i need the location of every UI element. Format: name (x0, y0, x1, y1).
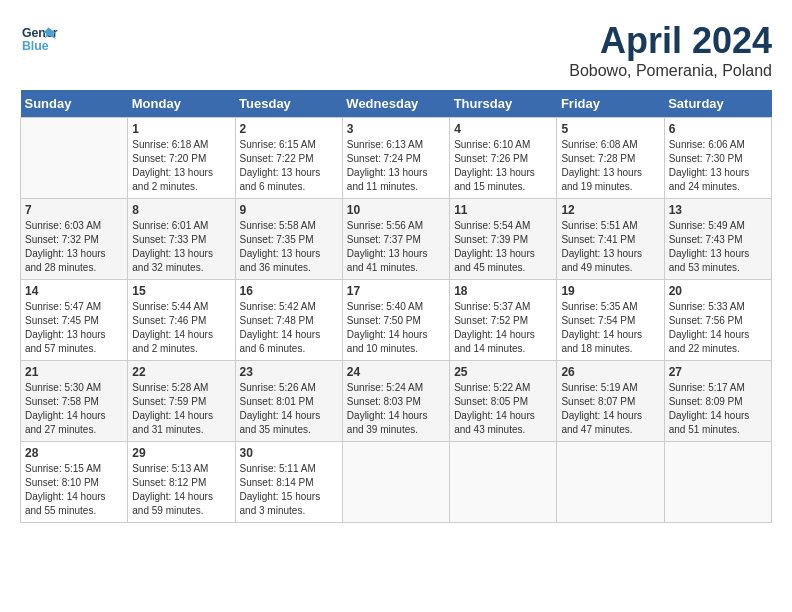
day-info: Sunrise: 5:40 AMSunset: 7:50 PMDaylight:… (347, 300, 445, 356)
day-header-wednesday: Wednesday (342, 90, 449, 118)
calendar-cell: 30Sunrise: 5:11 AMSunset: 8:14 PMDayligh… (235, 442, 342, 523)
title-area: April 2024 Bobowo, Pomerania, Poland (569, 20, 772, 80)
day-info: Sunrise: 6:06 AMSunset: 7:30 PMDaylight:… (669, 138, 767, 194)
day-info: Sunrise: 5:37 AMSunset: 7:52 PMDaylight:… (454, 300, 552, 356)
page-header: General Blue April 2024 Bobowo, Pomerani… (20, 20, 772, 80)
calendar-cell: 25Sunrise: 5:22 AMSunset: 8:05 PMDayligh… (450, 361, 557, 442)
day-info: Sunrise: 5:30 AMSunset: 7:58 PMDaylight:… (25, 381, 123, 437)
day-info: Sunrise: 5:42 AMSunset: 7:48 PMDaylight:… (240, 300, 338, 356)
day-header-saturday: Saturday (664, 90, 771, 118)
day-number: 1 (132, 122, 230, 136)
day-number: 5 (561, 122, 659, 136)
calendar-cell: 6Sunrise: 6:06 AMSunset: 7:30 PMDaylight… (664, 118, 771, 199)
day-number: 28 (25, 446, 123, 460)
day-info: Sunrise: 5:26 AMSunset: 8:01 PMDaylight:… (240, 381, 338, 437)
calendar-body: 1Sunrise: 6:18 AMSunset: 7:20 PMDaylight… (21, 118, 772, 523)
day-number: 20 (669, 284, 767, 298)
calendar-table: SundayMondayTuesdayWednesdayThursdayFrid… (20, 90, 772, 523)
calendar-cell: 9Sunrise: 5:58 AMSunset: 7:35 PMDaylight… (235, 199, 342, 280)
calendar-cell: 27Sunrise: 5:17 AMSunset: 8:09 PMDayligh… (664, 361, 771, 442)
month-title: April 2024 (569, 20, 772, 62)
day-number: 22 (132, 365, 230, 379)
day-info: Sunrise: 5:28 AMSunset: 7:59 PMDaylight:… (132, 381, 230, 437)
calendar-cell: 4Sunrise: 6:10 AMSunset: 7:26 PMDaylight… (450, 118, 557, 199)
day-number: 19 (561, 284, 659, 298)
day-number: 7 (25, 203, 123, 217)
day-info: Sunrise: 5:44 AMSunset: 7:46 PMDaylight:… (132, 300, 230, 356)
calendar-cell: 13Sunrise: 5:49 AMSunset: 7:43 PMDayligh… (664, 199, 771, 280)
day-info: Sunrise: 6:08 AMSunset: 7:28 PMDaylight:… (561, 138, 659, 194)
calendar-cell (664, 442, 771, 523)
calendar-header-row: SundayMondayTuesdayWednesdayThursdayFrid… (21, 90, 772, 118)
logo-icon: General Blue (20, 20, 58, 58)
day-number: 21 (25, 365, 123, 379)
calendar-week-4: 21Sunrise: 5:30 AMSunset: 7:58 PMDayligh… (21, 361, 772, 442)
calendar-cell: 28Sunrise: 5:15 AMSunset: 8:10 PMDayligh… (21, 442, 128, 523)
calendar-week-5: 28Sunrise: 5:15 AMSunset: 8:10 PMDayligh… (21, 442, 772, 523)
day-number: 14 (25, 284, 123, 298)
calendar-week-2: 7Sunrise: 6:03 AMSunset: 7:32 PMDaylight… (21, 199, 772, 280)
day-header-friday: Friday (557, 90, 664, 118)
calendar-cell: 1Sunrise: 6:18 AMSunset: 7:20 PMDaylight… (128, 118, 235, 199)
calendar-cell: 18Sunrise: 5:37 AMSunset: 7:52 PMDayligh… (450, 280, 557, 361)
calendar-week-1: 1Sunrise: 6:18 AMSunset: 7:20 PMDaylight… (21, 118, 772, 199)
day-number: 18 (454, 284, 552, 298)
calendar-cell: 2Sunrise: 6:15 AMSunset: 7:22 PMDaylight… (235, 118, 342, 199)
calendar-cell: 7Sunrise: 6:03 AMSunset: 7:32 PMDaylight… (21, 199, 128, 280)
day-header-monday: Monday (128, 90, 235, 118)
day-info: Sunrise: 5:22 AMSunset: 8:05 PMDaylight:… (454, 381, 552, 437)
day-number: 4 (454, 122, 552, 136)
calendar-cell: 11Sunrise: 5:54 AMSunset: 7:39 PMDayligh… (450, 199, 557, 280)
day-number: 10 (347, 203, 445, 217)
day-info: Sunrise: 5:24 AMSunset: 8:03 PMDaylight:… (347, 381, 445, 437)
day-number: 27 (669, 365, 767, 379)
day-header-sunday: Sunday (21, 90, 128, 118)
day-info: Sunrise: 6:15 AMSunset: 7:22 PMDaylight:… (240, 138, 338, 194)
calendar-cell (21, 118, 128, 199)
day-info: Sunrise: 6:03 AMSunset: 7:32 PMDaylight:… (25, 219, 123, 275)
calendar-cell: 15Sunrise: 5:44 AMSunset: 7:46 PMDayligh… (128, 280, 235, 361)
day-info: Sunrise: 5:54 AMSunset: 7:39 PMDaylight:… (454, 219, 552, 275)
day-info: Sunrise: 6:01 AMSunset: 7:33 PMDaylight:… (132, 219, 230, 275)
day-number: 9 (240, 203, 338, 217)
day-info: Sunrise: 5:49 AMSunset: 7:43 PMDaylight:… (669, 219, 767, 275)
day-number: 11 (454, 203, 552, 217)
calendar-cell (557, 442, 664, 523)
calendar-cell: 23Sunrise: 5:26 AMSunset: 8:01 PMDayligh… (235, 361, 342, 442)
day-header-tuesday: Tuesday (235, 90, 342, 118)
calendar-cell: 22Sunrise: 5:28 AMSunset: 7:59 PMDayligh… (128, 361, 235, 442)
day-number: 26 (561, 365, 659, 379)
day-number: 3 (347, 122, 445, 136)
day-number: 16 (240, 284, 338, 298)
day-number: 6 (669, 122, 767, 136)
calendar-cell: 19Sunrise: 5:35 AMSunset: 7:54 PMDayligh… (557, 280, 664, 361)
calendar-cell: 12Sunrise: 5:51 AMSunset: 7:41 PMDayligh… (557, 199, 664, 280)
svg-text:Blue: Blue (22, 39, 49, 53)
day-info: Sunrise: 6:10 AMSunset: 7:26 PMDaylight:… (454, 138, 552, 194)
calendar-cell (342, 442, 449, 523)
calendar-cell (450, 442, 557, 523)
day-info: Sunrise: 5:11 AMSunset: 8:14 PMDaylight:… (240, 462, 338, 518)
day-info: Sunrise: 5:19 AMSunset: 8:07 PMDaylight:… (561, 381, 659, 437)
calendar-cell: 10Sunrise: 5:56 AMSunset: 7:37 PMDayligh… (342, 199, 449, 280)
calendar-cell: 8Sunrise: 6:01 AMSunset: 7:33 PMDaylight… (128, 199, 235, 280)
day-info: Sunrise: 5:35 AMSunset: 7:54 PMDaylight:… (561, 300, 659, 356)
day-number: 13 (669, 203, 767, 217)
calendar-cell: 20Sunrise: 5:33 AMSunset: 7:56 PMDayligh… (664, 280, 771, 361)
day-info: Sunrise: 5:13 AMSunset: 8:12 PMDaylight:… (132, 462, 230, 518)
calendar-cell: 26Sunrise: 5:19 AMSunset: 8:07 PMDayligh… (557, 361, 664, 442)
calendar-cell: 21Sunrise: 5:30 AMSunset: 7:58 PMDayligh… (21, 361, 128, 442)
calendar-cell: 24Sunrise: 5:24 AMSunset: 8:03 PMDayligh… (342, 361, 449, 442)
day-number: 30 (240, 446, 338, 460)
day-number: 24 (347, 365, 445, 379)
calendar-cell: 17Sunrise: 5:40 AMSunset: 7:50 PMDayligh… (342, 280, 449, 361)
day-header-thursday: Thursday (450, 90, 557, 118)
day-info: Sunrise: 6:18 AMSunset: 7:20 PMDaylight:… (132, 138, 230, 194)
calendar-cell: 14Sunrise: 5:47 AMSunset: 7:45 PMDayligh… (21, 280, 128, 361)
day-number: 25 (454, 365, 552, 379)
day-info: Sunrise: 5:33 AMSunset: 7:56 PMDaylight:… (669, 300, 767, 356)
day-info: Sunrise: 5:58 AMSunset: 7:35 PMDaylight:… (240, 219, 338, 275)
calendar-cell: 16Sunrise: 5:42 AMSunset: 7:48 PMDayligh… (235, 280, 342, 361)
day-number: 12 (561, 203, 659, 217)
day-info: Sunrise: 5:51 AMSunset: 7:41 PMDaylight:… (561, 219, 659, 275)
